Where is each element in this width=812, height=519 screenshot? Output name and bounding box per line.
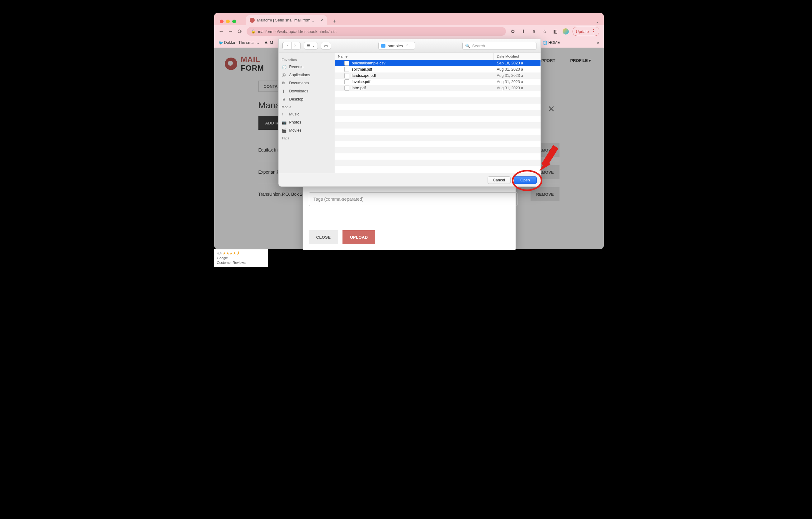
bookmark-icon: 🌐	[543, 40, 547, 45]
file-row-empty	[335, 141, 541, 147]
sidebar-item-label: Photos	[289, 120, 301, 124]
file-row[interactable]: bulkmailsample.csvSep 18, 2023 a	[335, 60, 541, 66]
column-date[interactable]: Date Modified	[493, 53, 541, 60]
reload-button[interactable]: ⟳	[237, 29, 243, 34]
file-search-input[interactable]: 🔍 Search	[462, 42, 536, 50]
sidebar-item-desktop[interactable]: 🖥Desktop	[282, 95, 331, 103]
sidebar-item-movies[interactable]: 🎬Movies	[282, 126, 331, 134]
back-button[interactable]: ←	[219, 29, 224, 34]
sidebar-item-label: Documents	[289, 81, 309, 85]
update-button[interactable]: Update ⋮	[573, 27, 599, 36]
bookmark-label: HOME	[548, 40, 560, 45]
list-view-icon: ☰	[307, 43, 310, 48]
extensions-icon[interactable]: ✿	[510, 28, 517, 35]
browser-tab[interactable]: Mailform | Send snail mail from… ×	[246, 15, 327, 25]
sidebar-item-label: Recents	[289, 65, 303, 69]
document-icon: 🗎	[282, 81, 287, 85]
doc-icon	[344, 61, 349, 66]
window-maximize-icon[interactable]	[232, 20, 236, 23]
tags-input[interactable]: Tags (comma-separated)	[309, 192, 518, 206]
sidepanel-icon[interactable]: ◧	[552, 28, 559, 35]
bookmarks-overflow-icon[interactable]: »	[597, 40, 599, 45]
window-controls	[220, 20, 236, 23]
sidebar-item-recents[interactable]: 🕘Recents	[282, 63, 331, 71]
file-name: bulkmailsample.csv	[352, 61, 385, 65]
tab-close-icon[interactable]: ×	[320, 18, 323, 23]
nav-back-icon[interactable]: 〈	[283, 42, 292, 49]
new-tab-button[interactable]: ＋	[330, 17, 339, 25]
sidebar-item-photos[interactable]: 📷Photos	[282, 118, 331, 126]
lock-icon: 🔒	[251, 29, 256, 34]
modal-close-button[interactable]: CLOSE	[309, 230, 339, 244]
file-date: Aug 31, 2023 a	[494, 80, 541, 84]
apps-icon: Ⓐ	[282, 73, 287, 77]
file-date: Aug 31, 2023 a	[494, 86, 541, 90]
file-row-empty	[335, 147, 541, 153]
forward-button[interactable]: →	[228, 29, 233, 34]
file-row-empty	[335, 160, 541, 166]
sidebar-group-favorites: Favorites	[282, 58, 331, 62]
tab-strip: Mailform | Send snail mail from… × ＋ ⌄	[214, 13, 604, 25]
group-by-icon[interactable]: ▭	[321, 42, 331, 50]
file-dialog-footer: Cancel Open	[279, 173, 541, 187]
window-close-icon[interactable]	[220, 20, 224, 23]
file-dialog-toolbar: 〈 〉 ☰ ⌄ ▭ samples ⌃⌄ 🔍 Search	[279, 39, 541, 53]
nav-forward-icon[interactable]: 〉	[292, 42, 300, 49]
tab-favicon-icon	[250, 18, 255, 23]
bookmark-label: M	[270, 40, 273, 45]
file-row[interactable]: splitmail.pdfAug 31, 2023 a	[335, 66, 541, 72]
pdf-icon	[344, 73, 349, 78]
sidebar-item-documents[interactable]: 🗎Documents	[282, 79, 331, 87]
modal-close-icon[interactable]: ✕	[548, 104, 555, 114]
column-name[interactable]: Name	[335, 53, 493, 60]
file-row[interactable]: landscape.pdfAug 31, 2023 a	[335, 72, 541, 79]
file-row-empty	[335, 166, 541, 172]
sidebar-item-applications[interactable]: ⒶApplications	[282, 71, 331, 79]
sidebar-item-label: Downloads	[289, 89, 309, 93]
google-reviews-badge[interactable]: 4.4 ★★★★⯨ Google Customer Reviews	[214, 249, 268, 267]
bookmark-item[interactable]: 🌐HOME	[543, 40, 560, 45]
search-placeholder: Search	[472, 43, 485, 48]
share-icon[interactable]: ⇪	[531, 28, 538, 35]
bookmark-icon: ✱	[264, 40, 269, 45]
profile-avatar-icon[interactable]	[562, 28, 569, 34]
file-list-header: Name Date Modified	[335, 53, 541, 60]
chevron-down-icon: ⌄	[312, 43, 315, 48]
annotation-circle-icon	[512, 170, 542, 191]
folder-dropdown[interactable]: samples ⌃⌄	[378, 42, 415, 50]
bookmark-item[interactable]: 🐦Dokku - The small…	[219, 40, 259, 45]
desktop-icon: 🖥	[282, 97, 287, 101]
url-path: /webapp/addressbook.html#/lists	[278, 29, 337, 34]
file-list: Name Date Modified bulkmailsample.csvSep…	[335, 53, 541, 173]
bookmark-item[interactable]: ✱M	[264, 40, 273, 45]
file-row[interactable]: intro.pdfAug 31, 2023 a	[335, 85, 541, 91]
tabs-menu-icon[interactable]: ⌄	[596, 19, 599, 24]
file-row-empty	[335, 91, 541, 97]
file-row-empty	[335, 116, 541, 122]
address-bar: ← → ⟳ 🔒 mailform.io/webapp/addressbook.h…	[214, 25, 604, 38]
modal-upload-button[interactable]: UPLOAD	[343, 230, 375, 244]
sidebar-item-label: Desktop	[289, 97, 303, 101]
window-minimize-icon[interactable]	[226, 20, 230, 23]
bookmark-star-icon[interactable]: ☆	[542, 28, 548, 35]
downloads-icon: ⬇	[282, 89, 287, 93]
url-field[interactable]: 🔒 mailform.io/webapp/addressbook.html#/l…	[246, 27, 506, 36]
folder-name: samples	[388, 43, 403, 48]
sidebar-item-downloads[interactable]: ⬇Downloads	[282, 87, 331, 95]
file-row-empty	[335, 122, 541, 128]
update-label: Update	[576, 29, 589, 34]
bookmark-label: Dokku - The small…	[224, 40, 259, 45]
file-open-dialog: 〈 〉 ☰ ⌄ ▭ samples ⌃⌄ 🔍 Search Favorites …	[278, 38, 541, 187]
badge-line2: Customer Reviews	[217, 261, 265, 265]
sidebar-item-label: Movies	[289, 128, 302, 132]
movies-icon: 🎬	[282, 128, 287, 132]
sidebar-group-media: Media	[282, 105, 331, 109]
file-date: Aug 31, 2023 a	[494, 67, 541, 71]
view-mode-selector[interactable]: ☰ ⌄	[304, 42, 318, 50]
file-date: Sep 18, 2023 a	[494, 61, 541, 65]
file-row[interactable]: invoice.pdfAug 31, 2023 a	[335, 79, 541, 85]
sidebar-item-music[interactable]: ♪Music	[282, 110, 331, 118]
file-name: invoice.pdf	[352, 80, 371, 84]
downloads-icon[interactable]: ⬇	[520, 28, 527, 35]
cancel-button[interactable]: Cancel	[488, 176, 511, 184]
